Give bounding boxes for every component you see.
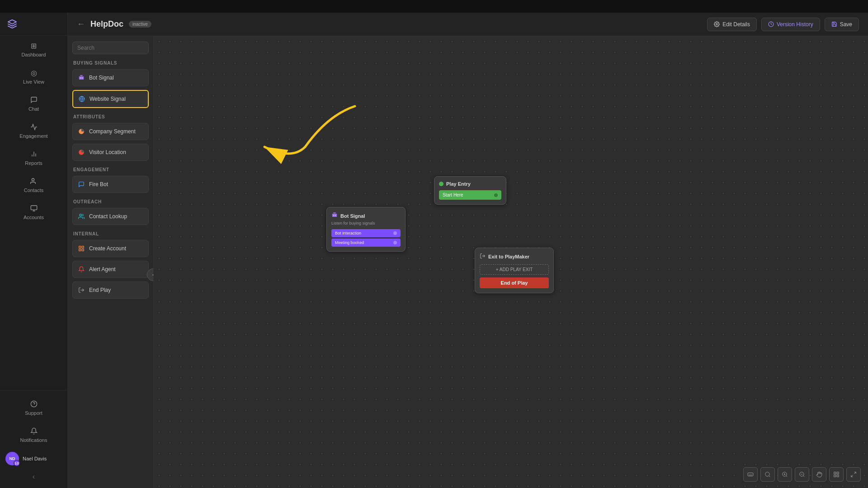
page-title: HelpDoc <box>90 19 123 29</box>
zoom-out-button[interactable] <box>795 467 809 482</box>
sidebar-item-notifications[interactable]: Notifications <box>0 421 67 448</box>
svg-point-14 <box>82 78 83 79</box>
fullscreen-button[interactable] <box>846 467 861 482</box>
visitor-location-icon <box>77 148 85 156</box>
alert-agent-icon <box>77 265 85 273</box>
hand-tool-button[interactable] <box>812 467 826 482</box>
sidebar-item-accounts[interactable]: Accounts <box>0 198 67 225</box>
nav-collapse-button[interactable]: ‹ <box>0 469 67 484</box>
search-input[interactable] <box>72 42 149 54</box>
meeting-booked-output[interactable]: Meeting booked <box>331 239 401 247</box>
end-play-item[interactable]: End Play <box>72 282 149 299</box>
section-outreach: OUTREACH <box>72 199 149 204</box>
fire-bot-item[interactable]: Fire Bot <box>72 176 149 193</box>
create-account-icon <box>77 244 85 253</box>
create-account-item[interactable]: Create Account <box>72 240 149 257</box>
sidebar-item-dashboard[interactable]: ⊞ Dashboard <box>0 36 67 63</box>
svg-rect-50 <box>837 475 839 477</box>
bot-signal-icon <box>77 74 85 82</box>
keyboard-tool-button[interactable] <box>743 467 758 482</box>
svg-point-13 <box>80 78 81 79</box>
reports-icon <box>29 150 38 159</box>
bot-signal-node-icon <box>331 212 338 220</box>
left-nav: ⊞ Dashboard ◎ Live View Chat Engagement … <box>0 13 68 488</box>
top-bar <box>0 0 868 13</box>
website-signal-item[interactable]: Website Signal <box>72 90 149 108</box>
play-entry-node[interactable]: Play Entry Start Here <box>434 176 506 205</box>
end-of-play-button[interactable]: End of Play <box>480 277 549 288</box>
bot-signal-subtitle: Listen for buying signals <box>331 221 401 225</box>
panel-collapse-button[interactable]: ‹ <box>147 268 154 281</box>
svg-line-40 <box>769 476 770 477</box>
content-area: BUYING SIGNALS Bot Signal Website Signal… <box>68 36 868 488</box>
svg-rect-49 <box>837 472 839 474</box>
canvas-area[interactable]: Play Entry Start Here Bot Signal <box>154 36 868 488</box>
sidebar-item-reports[interactable]: Reports <box>0 144 67 171</box>
version-history-button[interactable]: Version History <box>761 18 820 31</box>
svg-rect-48 <box>834 472 836 474</box>
dashboard-icon: ⊞ <box>29 41 38 50</box>
gear-icon <box>714 21 720 27</box>
engagement-icon <box>29 122 38 131</box>
sidebar-item-contacts[interactable]: Contacts <box>0 171 67 198</box>
svg-rect-22 <box>82 246 84 248</box>
company-segment-item[interactable]: Company Segment <box>72 123 149 140</box>
svg-line-46 <box>803 476 805 477</box>
svg-rect-4 <box>31 206 37 210</box>
svg-point-39 <box>765 472 769 476</box>
user-name: Nael Davis <box>23 456 47 461</box>
logo-icon <box>7 19 17 29</box>
svg-rect-12 <box>79 76 84 80</box>
svg-point-9 <box>716 23 717 25</box>
support-icon <box>29 399 38 408</box>
website-signal-icon <box>78 95 86 103</box>
section-engagement: ENGAGEMENT <box>72 167 149 172</box>
notification-badge: 13 <box>14 460 20 466</box>
contact-lookup-item[interactable]: Contact Lookup <box>72 208 149 225</box>
nav-bottom: Support Notifications ND 13 Nael Davis ‹ <box>0 390 67 488</box>
sidebar-item-support[interactable]: Support <box>0 394 67 421</box>
exit-node-title: Exit to PlayMaker <box>488 254 529 259</box>
exit-node-icon <box>480 253 486 261</box>
visitor-location-item[interactable]: Visitor Location <box>72 144 149 161</box>
play-entry-header: Play Entry <box>439 181 501 187</box>
svg-rect-51 <box>834 475 836 477</box>
accounts-icon <box>29 204 38 213</box>
sidebar-item-live-view[interactable]: ◎ Live View <box>0 63 67 90</box>
sidebar-item-engagement[interactable]: Engagement <box>0 117 67 144</box>
svg-point-29 <box>333 215 334 216</box>
section-internal: INTERNAL <box>72 231 149 236</box>
page-header: ← HelpDoc inactive Edit Details Version … <box>68 13 868 36</box>
bot-signal-node[interactable]: Bot Signal Listen for buying signals Bot… <box>326 207 406 252</box>
back-button[interactable]: ← <box>77 19 85 29</box>
user-profile[interactable]: ND 13 Nael Davis <box>0 448 67 469</box>
svg-line-52 <box>854 472 856 474</box>
add-play-exit-button[interactable]: + ADD PLAY EXIT <box>480 264 549 275</box>
exit-playmaker-node[interactable]: Exit to PlayMaker + ADD PLAY EXIT End of… <box>475 248 554 293</box>
svg-point-30 <box>335 215 336 216</box>
svg-rect-11 <box>80 75 83 76</box>
zoom-fit-tool-button[interactable] <box>760 467 775 482</box>
contact-lookup-icon <box>77 212 85 221</box>
header-actions: Edit Details Version History Save <box>707 18 859 31</box>
node-status-dot <box>439 182 443 186</box>
edit-details-button[interactable]: Edit Details <box>707 18 757 31</box>
alert-agent-item[interactable]: Alert Agent <box>72 261 149 278</box>
grid-tool-button[interactable] <box>829 467 844 482</box>
avatar: ND 13 <box>5 452 19 465</box>
bot-signal-node-title: Bot Signal <box>340 213 365 219</box>
fire-bot-icon <box>77 180 85 188</box>
start-here-button[interactable]: Start Here <box>439 190 501 200</box>
bot-interaction-output[interactable]: Bot Interaction <box>331 229 401 237</box>
company-segment-icon <box>77 127 85 136</box>
chat-icon <box>29 95 38 104</box>
sidebar-item-chat[interactable]: Chat <box>0 90 67 117</box>
svg-rect-28 <box>332 214 337 217</box>
notifications-icon <box>29 427 38 436</box>
bot-signal-item[interactable]: Bot Signal <box>72 69 149 86</box>
svg-rect-27 <box>333 212 336 213</box>
svg-point-20 <box>80 214 82 216</box>
save-button[interactable]: Save <box>825 18 859 31</box>
zoom-in-button[interactable] <box>778 467 792 482</box>
svg-rect-21 <box>79 246 81 248</box>
